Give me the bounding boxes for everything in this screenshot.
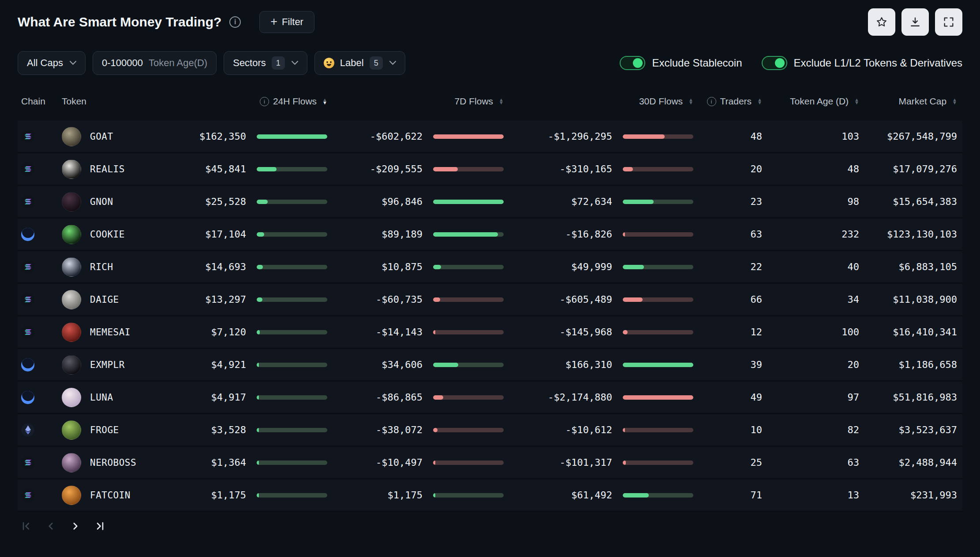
exclude-l1l2-toggle[interactable] [762, 56, 787, 70]
traders-value: 63 [701, 229, 767, 240]
token-avatar [62, 160, 81, 179]
add-filter-button[interactable]: + Filter [259, 11, 314, 33]
token-avatar [62, 388, 81, 407]
label-dropdown[interactable]: Label 5 [314, 51, 405, 75]
label-dropdown-label: Label [340, 57, 364, 69]
flow-24h-value: $45,841 [172, 163, 251, 175]
token-age-value: 100 [767, 327, 864, 338]
token-avatar [62, 323, 81, 342]
exclude-stablecoin-toggle[interactable] [620, 56, 645, 70]
token-age-value: 63 [767, 457, 864, 468]
column-header-7d-flows[interactable]: 7D Flows ▲▼ [335, 96, 512, 107]
exclude-stablecoin-group: Exclude Stablecoin [620, 56, 742, 70]
flow-30d-value: -$101,317 [512, 457, 617, 468]
flow-24h-bar [257, 134, 327, 139]
flow-24h-value: $7,120 [172, 327, 251, 338]
traders-value: 48 [701, 131, 767, 142]
flow-7d-value: $1,175 [335, 490, 428, 501]
flow-7d-value: $89,189 [335, 229, 428, 240]
token-age-filter[interactable]: 0-100000 Token Age(D) [93, 51, 217, 75]
flow-30d-value: -$10,612 [512, 424, 617, 435]
table-row[interactable]: FROGE $3,528 -$38,072 -$10,612 10 82 $3,… [18, 414, 962, 447]
column-label: 24H Flows [273, 96, 317, 107]
table-row[interactable]: MEMESAI $7,120 -$14,143 -$145,968 12 100… [18, 316, 962, 349]
plus-icon: + [270, 17, 277, 27]
fullscreen-button[interactable] [935, 8, 962, 36]
column-header-token: Token [62, 96, 172, 107]
info-icon: i [707, 97, 716, 106]
table-row[interactable]: FATCOIN $1,175 $1,175 $61,492 71 13 $231… [18, 479, 962, 512]
first-page-button[interactable] [20, 520, 32, 532]
flow-30d-bar [623, 167, 693, 171]
token-age-value: 82 [767, 424, 864, 435]
flow-24h-value: $1,364 [172, 457, 251, 468]
column-header-traders[interactable]: i Traders ▲▼ [701, 96, 767, 107]
download-button[interactable] [901, 8, 929, 36]
chain-icon-solana [21, 130, 34, 143]
flow-24h-bar [257, 460, 327, 465]
sectors-dropdown[interactable]: Sectors 1 [224, 51, 307, 75]
flow-7d-bar [433, 297, 504, 302]
token-age-value: 13 [767, 490, 864, 501]
chain-icon-solana [21, 163, 34, 176]
table-row[interactable]: LUNA $4,917 -$86,865 -$2,174,880 49 97 $… [18, 382, 962, 414]
column-label: Market Cap [899, 96, 947, 107]
flow-30d-bar [623, 232, 693, 237]
smart-money-face-icon [324, 58, 334, 68]
token-name: MEMESAI [90, 327, 131, 338]
title-info-icon[interactable]: i [229, 16, 241, 28]
traders-value: 20 [701, 163, 767, 175]
flow-30d-bar [623, 297, 693, 302]
chain-icon-base [21, 391, 34, 404]
flow-7d-bar [433, 265, 504, 269]
token-name: NEROBOSS [90, 457, 136, 468]
page-title: What Are Smart Money Trading? [18, 15, 221, 30]
column-header-chain: Chain [18, 96, 62, 107]
table-row[interactable]: EXMPLR $4,921 $34,606 $166,310 39 20 $1,… [18, 349, 962, 382]
market-cap-dropdown[interactable]: All Caps [18, 51, 86, 75]
flow-30d-bar [623, 134, 693, 139]
traders-value: 25 [701, 457, 767, 468]
favorite-button[interactable] [868, 8, 895, 36]
table-row[interactable]: GOAT $162,350 -$602,622 -$1,296,295 48 1… [18, 121, 962, 153]
column-header-token-age[interactable]: Token Age (D) ▲▼ [767, 96, 864, 107]
column-header-30d-flows[interactable]: 30D Flows ▲▼ [512, 96, 701, 107]
chain-icon-ethereum [21, 423, 34, 437]
table-row[interactable]: GNON $25,528 $96,846 $72,634 23 98 $15,6… [18, 186, 962, 219]
exclude-stablecoin-label: Exclude Stablecoin [652, 57, 742, 69]
flow-30d-value: $49,999 [512, 261, 617, 272]
table-row[interactable]: NEROBOSS $1,364 -$10,497 -$101,317 25 63… [18, 447, 962, 479]
flow-24h-bar [257, 395, 327, 400]
table-row[interactable]: COOKIE $17,104 $89,189 -$16,826 63 232 $… [18, 219, 962, 251]
traders-value: 12 [701, 327, 767, 338]
flow-30d-bar [623, 395, 693, 400]
market-cap-value: $231,993 [864, 490, 962, 501]
flow-24h-bar [257, 265, 327, 269]
token-name: RICH [90, 262, 113, 272]
flow-30d-bar [623, 330, 693, 334]
flow-30d-bar [623, 428, 693, 432]
column-label: Traders [720, 96, 752, 107]
flow-24h-value: $1,175 [172, 490, 251, 501]
table-row[interactable]: RICH $14,693 $10,875 $49,999 22 40 $6,88… [18, 251, 962, 284]
token-name: GNON [90, 197, 113, 207]
market-cap-value: $267,548,799 [864, 131, 962, 142]
table-row[interactable]: DAIGE $13,297 -$60,735 -$605,489 66 34 $… [18, 284, 962, 316]
column-header-market-cap[interactable]: Market Cap ▲▼ [864, 96, 962, 107]
column-header-24h-flows[interactable]: i 24H Flows ▲▼ [172, 96, 335, 107]
table-row[interactable]: REALIS $45,841 -$209,555 -$310,165 20 48… [18, 153, 962, 186]
token-avatar [62, 192, 81, 212]
sectors-count-badge: 1 [272, 56, 285, 70]
flow-7d-value: $34,606 [335, 359, 428, 370]
flow-7d-value: -$60,735 [335, 294, 428, 305]
next-page-button[interactable] [70, 520, 81, 532]
table-body: GOAT $162,350 -$602,622 -$1,296,295 48 1… [18, 121, 962, 512]
last-page-button[interactable] [94, 520, 106, 532]
token-age-value: 20 [767, 359, 864, 370]
toggle-knob [633, 58, 643, 68]
prev-page-button[interactable] [45, 520, 56, 532]
market-cap-value: $1,186,658 [864, 359, 962, 370]
flow-30d-value: -$605,489 [512, 294, 617, 305]
market-cap-value: $6,883,105 [864, 261, 962, 272]
token-avatar [62, 127, 81, 146]
